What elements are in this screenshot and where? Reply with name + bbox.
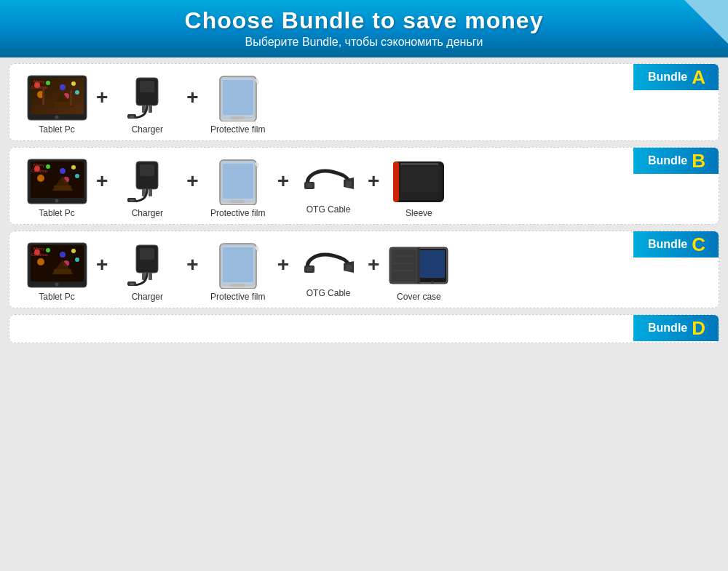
bundle-c-cover-label: Cover case [397,292,441,302]
bundle-c-tablet-label: Tablet Pc [39,292,74,302]
bundle-c-label: Bundle [648,238,687,251]
bundle-a-tablet: Merry Christmas Tablet Pc [20,74,93,135]
plus-c-4: + [368,253,379,291]
bundle-a-section: Bundle A [9,63,719,141]
bundle-d-label: Bundle [648,322,687,335]
bundle-b-label: Bundle [648,154,687,167]
svg-text:Christmas: Christmas [31,169,48,173]
svg-text:Christmas: Christmas [31,252,48,257]
plus-b-3: + [277,169,289,207]
header-section: Choose Bundle to save money Выберите Bun… [0,0,728,57]
svg-point-7 [71,81,76,86]
svg-rect-38 [54,185,71,191]
plus-c-2: + [186,253,198,291]
svg-rect-91 [392,249,416,281]
bundle-a-tablet-label: Tablet Pc [39,124,74,135]
bundle-b-tablet-label: Tablet Pc [39,208,74,218]
svg-rect-84 [230,284,245,287]
svg-point-66 [71,249,76,253]
film-b-image [214,158,261,205]
svg-rect-51 [230,200,245,203]
bundle-c-section: Bundle C [9,231,719,308]
svg-point-32 [60,168,66,174]
otg-b-image [301,161,356,201]
bundle-b-otg: OTG Cable [292,161,365,215]
plus-1: + [96,86,108,124]
bundle-c-otg-label: OTG Cable [306,288,351,298]
bundle-a-film: Protective film [202,74,274,135]
svg-point-41 [55,199,58,203]
subtitle: Выберите Bundle, чтобы сэкономить деньги [15,36,713,49]
svg-rect-47 [130,199,134,201]
svg-point-33 [71,165,76,169]
svg-rect-13 [42,89,44,105]
plus-b-4: + [368,169,379,207]
film-c-image [214,241,261,289]
svg-text:Merry: Merry [33,247,44,251]
bundle-a-charger: Charger [111,74,183,135]
bundle-c-letter: C [692,235,705,254]
bundle-b-sleeve-label: Sleeve [405,208,432,218]
charger-b-image [122,158,173,205]
svg-point-17 [55,116,58,119]
svg-point-10 [75,90,79,95]
bundle-c-items: Merry Christmas Tablet Pc + [20,241,455,302]
bundle-d-badge: Bundle D [633,315,719,341]
bundle-a-label: Bundle [648,71,687,84]
main-title: Choose Bundle to save money [15,7,713,34]
svg-rect-59 [400,163,438,165]
svg-rect-12 [54,102,71,107]
svg-point-98 [431,281,434,284]
svg-rect-76 [140,248,154,260]
svg-rect-83 [221,245,255,285]
bundle-c-tablet: Merry Christmas Tablet Pc [20,241,93,302]
plus-c-3: + [277,253,289,291]
bundle-b-badge: Bundle B [633,148,719,174]
plus-b-2: + [186,169,198,207]
bundle-c-cover: Cover case [382,241,455,302]
svg-point-36 [75,174,79,178]
charger-c-image [122,241,173,289]
bundle-a-letter: A [692,68,705,87]
bundle-c-charger: Charger [111,241,183,302]
charger-image [122,74,173,121]
svg-rect-86 [306,267,312,271]
svg-point-34 [37,175,44,182]
svg-point-69 [75,257,79,262]
svg-rect-93 [420,250,445,278]
plus-c-1: + [96,253,108,291]
bundle-b-sleeve: Sleeve [382,158,455,218]
svg-rect-53 [306,183,312,188]
svg-rect-19 [140,81,154,92]
svg-rect-78 [149,273,152,280]
svg-rect-94 [417,247,420,284]
plus-2: + [186,86,198,124]
bundle-b-charger-label: Charger [132,208,163,218]
bundle-c-charger-label: Charger [132,292,163,302]
svg-point-74 [55,283,58,287]
svg-rect-55 [346,181,352,187]
bundle-c-film: Protective film [202,241,274,302]
bundle-a-items: Merry Christmas Tablet Pc + [20,74,274,135]
bundle-b-letter: B [692,151,705,170]
svg-rect-60 [400,167,438,192]
cover-c-image [386,241,451,289]
svg-rect-58 [393,161,399,202]
bundle-a-charger-label: Charger [132,124,163,135]
svg-rect-14 [70,90,72,105]
svg-rect-26 [221,78,255,118]
svg-text:Christmas: Christmas [31,85,48,89]
bundle-a-badge: Bundle A [633,64,719,90]
svg-rect-88 [346,265,352,271]
svg-point-6 [60,84,66,90]
tablet-b-image: Merry Christmas [26,158,88,205]
sleeve-b-image [389,158,448,205]
bundle-d-letter: D [692,319,705,338]
svg-point-67 [37,258,44,265]
svg-rect-50 [221,161,255,201]
bundle-b-items: Merry Christmas Tablet Pc + [20,158,455,218]
bundle-d-section: Bundle D [9,314,719,343]
bundle-b-film-label: Protective film [210,208,265,218]
svg-text:Merry: Merry [33,79,44,84]
svg-text:Merry: Merry [33,163,44,167]
